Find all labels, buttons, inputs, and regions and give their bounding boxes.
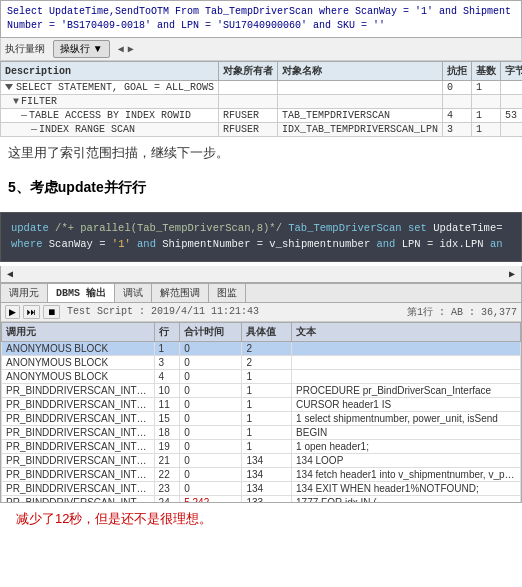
plan-row: SELECT STATEMENT, GOAL = ALL_ROWS01	[1, 81, 523, 95]
cell-val: 134	[242, 481, 292, 495]
cell-line: 18	[154, 425, 180, 439]
table-row: PR_BINDDRIVERSCAN_INTERFACE220134134 fet…	[2, 467, 521, 481]
cell-val: 1	[242, 397, 292, 411]
results-scroll-area[interactable]: 调用元行合计时间具体值文本 ANONYMOUS BLOCK102ANONYMOU…	[1, 322, 521, 502]
cell-val: 2	[242, 341, 292, 355]
table-row: PR_BINDDRIVERSCAN_INTERFACE19011 open he…	[2, 439, 521, 453]
plan-owner: RFUSER	[219, 123, 278, 137]
cell-text	[292, 355, 521, 369]
cell-time: 0	[180, 383, 242, 397]
cell-time: 0	[180, 397, 242, 411]
plan-desc: —INDEX RANGE SCAN	[1, 123, 219, 137]
scroll-left-icon[interactable]: ◀	[118, 43, 124, 55]
plan-bytes	[501, 123, 522, 137]
run-btn[interactable]: ▶	[5, 305, 20, 319]
results-tab-解范围调[interactable]: 解范围调	[152, 284, 209, 302]
scroll-right-icon[interactable]: ▶	[128, 43, 134, 55]
step-btn[interactable]: ⏭	[23, 305, 40, 319]
stop-btn[interactable]: ⏹	[43, 305, 60, 319]
scroll-bar: ◀ ▶	[0, 266, 522, 283]
cell-val: 1	[242, 439, 292, 453]
col-合计时间: 合计时间	[180, 322, 242, 341]
table-row: ANONYMOUS BLOCK401	[2, 369, 521, 383]
plan-objname	[278, 81, 443, 95]
cell-line: 1	[154, 341, 180, 355]
col-description: Description	[1, 62, 219, 81]
cell-caller: PR_BINDDRIVERSCAN_INTERFACE	[2, 411, 155, 425]
col-objname: 对象名称	[278, 62, 443, 81]
prose-bottom-text: 减少了12秒，但是还不是很理想。	[8, 507, 220, 530]
cell-line: 11	[154, 397, 180, 411]
plan-cost: 4	[443, 109, 472, 123]
col-文本: 文本	[292, 322, 521, 341]
cell-val: 134	[242, 453, 292, 467]
toolbar-label: 执行量纲	[5, 42, 45, 56]
cell-line: 23	[154, 481, 180, 495]
plan-objname: TAB_TEMPDRIVERSCAN	[278, 109, 443, 123]
cell-val: 1	[242, 425, 292, 439]
cell-text: CURSOR header1 IS	[292, 397, 521, 411]
cell-caller: PR_BINDDRIVERSCAN_INTERFACE	[2, 425, 155, 439]
prose-bottom: 减少了12秒，但是还不是很理想。	[0, 503, 522, 536]
col-owner: 对象所有者	[219, 62, 278, 81]
cell-text: 134 LOOP	[292, 453, 521, 467]
plan-owner	[219, 81, 278, 95]
cell-line: 21	[154, 453, 180, 467]
cell-line: 22	[154, 467, 180, 481]
prose1-text: 这里用了索引范围扫描，继续下一步。	[8, 145, 229, 160]
plan-desc: —TABLE ACCESS BY INDEX ROWID	[1, 109, 219, 123]
col-具体值: 具体值	[242, 322, 292, 341]
plan-bytes: 53	[501, 109, 522, 123]
cell-time: 0	[180, 481, 242, 495]
cell-time: 0	[180, 341, 242, 355]
cell-line: 4	[154, 369, 180, 383]
plan-objname: IDX_TAB_TEMPDRIVERSCAN_LPN	[278, 123, 443, 137]
results-toolbar: ▶ ⏭ ⏹ Test Script : 2019/4/11 11:21:43 第…	[1, 303, 521, 322]
results-tab-调试[interactable]: 调试	[115, 284, 152, 302]
cell-time: 0	[180, 467, 242, 481]
scroll-right-btn[interactable]: ▶	[509, 268, 515, 280]
plan-card: 1	[472, 123, 501, 137]
update-sql-block: update /*+ parallel(Tab_TempDriverScan,8…	[0, 212, 522, 262]
plan-row: —INDEX RANGE SCANRFUSERIDX_TAB_TEMPDRIVE…	[1, 123, 523, 137]
table-row: PR_BINDDRIVERSCAN_INTERFACE210134134 LOO…	[2, 453, 521, 467]
cell-time: 0	[180, 439, 242, 453]
cell-text: 1777 FOR idx IN (	[292, 495, 521, 502]
plan-desc: SELECT STATEMENT, GOAL = ALL_ROWS	[1, 81, 219, 95]
table-row: PR_BINDDRIVERSCAN_INTERFACE15011 select …	[2, 411, 521, 425]
results-tab-DBMS输出[interactable]: DBMS 输出	[48, 284, 115, 302]
section5-heading: 5、考虑update并行行	[0, 170, 522, 208]
plan-card: 1	[472, 109, 501, 123]
plan-cost	[443, 95, 472, 109]
cell-caller: PR_BINDDRIVERSCAN_INTERFACE	[2, 439, 155, 453]
results-tab-图监[interactable]: 图监	[209, 284, 246, 302]
cell-line: 10	[154, 383, 180, 397]
cell-time: 0	[180, 453, 242, 467]
cell-caller: PR_BINDDRIVERSCAN_INTERFACE	[2, 453, 155, 467]
plan-cost: 0	[443, 81, 472, 95]
col-行: 行	[154, 322, 180, 341]
cell-text: 134 fetch header1 into v_shipmentnumber,…	[292, 467, 521, 481]
test-script-label: Test Script : 2019/4/11 11:21:43	[67, 306, 259, 317]
col-cost: 抗拒	[443, 62, 472, 81]
plan-cost: 3	[443, 123, 472, 137]
plan-owner: RFUSER	[219, 109, 278, 123]
cell-val: 1	[242, 411, 292, 425]
cell-text: BEGIN	[292, 425, 521, 439]
plan-toolbar: 执行量纲 操纵行 ▼ ◀ ▶	[0, 38, 522, 61]
cell-time: 0	[180, 355, 242, 369]
cell-val: 1	[242, 369, 292, 383]
table-row: PR_BINDDRIVERSCAN_INTERFACE1101CURSOR he…	[2, 397, 521, 411]
cell-text	[292, 369, 521, 383]
plan-card	[472, 95, 501, 109]
cell-caller: ANONYMOUS BLOCK	[2, 341, 155, 355]
plan-owner	[219, 95, 278, 109]
rows-info-label: 第1行 : AB : 36,377	[407, 305, 517, 319]
action-btn[interactable]: 操纵行 ▼	[53, 40, 110, 58]
cell-time: 5,242	[180, 495, 242, 502]
col-card: 基数	[472, 62, 501, 81]
table-row: ANONYMOUS BLOCK102	[2, 341, 521, 355]
results-tab-调用元[interactable]: 调用元	[1, 284, 48, 302]
section5-title: 5、考虑update并行行	[8, 176, 514, 198]
plan-bytes	[501, 81, 522, 95]
